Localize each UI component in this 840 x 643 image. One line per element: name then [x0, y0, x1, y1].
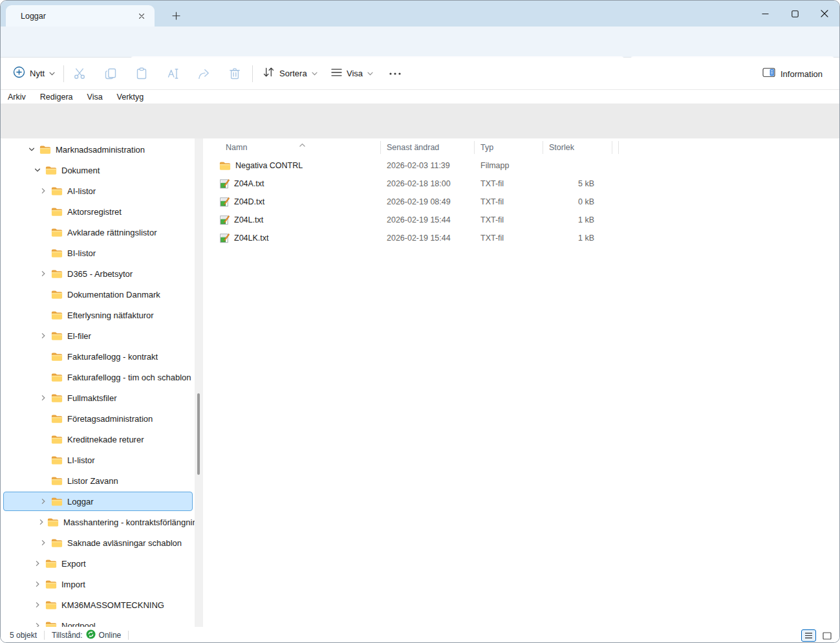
paste-button[interactable]	[129, 62, 155, 85]
tree-item-efterlysning-n-tfakturor[interactable]: Efterlysning nätfakturor	[1, 305, 195, 325]
menu-item-visa[interactable]: Visa	[80, 91, 110, 103]
rename-button[interactable]	[160, 62, 186, 85]
tree-item-li-listor[interactable]: LI-listor	[1, 450, 195, 470]
tree-item-fakturafellogg-tim-och-schablon[interactable]: Fakturafellogg - tim och schablon	[1, 367, 195, 387]
tree-scrollbar-thumb[interactable]	[197, 393, 200, 475]
column-header-modified[interactable]: Senast ändrad	[381, 141, 475, 154]
tree-item-label: Efterlysning nätfakturor	[67, 311, 154, 320]
tree-item-d365-arbetsytor[interactable]: D365 - Arbetsytor	[1, 263, 195, 284]
chevron-right-icon[interactable]	[38, 519, 45, 525]
tree-item-label: Import	[61, 580, 85, 589]
file-name: Z04D.txt	[234, 197, 264, 206]
share-button[interactable]	[191, 62, 217, 85]
rename-icon	[166, 67, 180, 81]
chevron-down-icon[interactable]	[32, 167, 43, 173]
file-row-z04lk-txt[interactable]: Z04LK.txt2026-02-19 15:44TXT-fil1 kB	[208, 229, 839, 247]
tree-item-nordpool[interactable]: Nordpool	[1, 615, 195, 627]
folder-icon	[51, 373, 63, 382]
main-content: MarknadsadministrationDokumentAI-listorA…	[1, 138, 839, 627]
maximize-button[interactable]	[780, 1, 810, 27]
column-header-name[interactable]: Namn	[208, 141, 381, 154]
tree-item-export[interactable]: Export	[1, 553, 195, 574]
file-row-z04d-txt[interactable]: Z04D.txt2026-02-19 08:49TXT-fil0 kB	[208, 193, 839, 211]
explorer-tab-loggar[interactable]: Loggar	[6, 5, 155, 27]
menu-item-verktyg[interactable]: Verktyg	[110, 91, 151, 103]
tree-item-label: Listor Zavann	[67, 476, 118, 486]
file-list-pane: NamnSenast ändradTypStorlek Negativa CON…	[208, 138, 839, 627]
chevron-right-icon[interactable]	[38, 395, 48, 401]
chevron-right-icon[interactable]	[38, 498, 48, 505]
folder-icon	[51, 269, 63, 279]
minimize-button[interactable]	[750, 1, 780, 27]
file-row-z04a-txt[interactable]: Z04A.txt2026-02-18 18:00TXT-fil5 kB	[208, 175, 839, 193]
cut-button[interactable]	[67, 62, 92, 85]
tree-item-label: Nordpool	[61, 621, 96, 627]
view-button[interactable]: Visa	[325, 64, 379, 83]
tree-item-label: El-filer	[67, 331, 91, 341]
information-button[interactable]: Information	[756, 62, 829, 85]
view-list-icon	[331, 68, 342, 80]
tree-item-label: KM36MASSOMTECKNING	[61, 600, 164, 610]
tree-item-label: Företagsadministration	[67, 414, 153, 424]
chevron-right-icon[interactable]	[32, 581, 43, 587]
tree-item-km36massomteckning[interactable]: KM36MASSOMTECKNING	[1, 594, 195, 615]
delete-button[interactable]	[222, 62, 248, 85]
file-row-z04l-txt[interactable]: Z04L.txt2026-02-19 15:44TXT-fil1 kB	[208, 211, 839, 229]
column-divider[interactable]	[612, 141, 612, 154]
folder-icon	[51, 414, 63, 424]
file-name: Z04A.txt	[234, 179, 264, 188]
tree-item-label: Masshantering - kontraktsförlängning	[63, 518, 195, 527]
tree-item-ai-listor[interactable]: AI-listor	[1, 180, 195, 201]
folder-icon	[51, 393, 63, 403]
close-button[interactable]	[810, 1, 839, 27]
tree-item-label: Aktorsregistret	[67, 207, 122, 217]
tree-item-masshantering-kontraktsf-rl-ngning[interactable]: Masshantering - kontraktsförlängning	[1, 512, 195, 532]
tree-item-kreditnekade-returer[interactable]: Kreditnekade returer	[1, 429, 195, 450]
tree-item-listor-zavann[interactable]: Listor Zavann	[1, 470, 195, 491]
chevron-right-icon[interactable]	[32, 602, 43, 608]
file-row-negativa-contrl[interactable]: Negativa CONTRL2026-02-03 11:39Filmapp	[208, 157, 839, 175]
tree-item-el-filer[interactable]: El-filer	[1, 325, 195, 346]
tab-close-icon[interactable]	[135, 10, 148, 23]
folder-icon	[51, 476, 63, 486]
tree-item-dokumentation-danmark[interactable]: Dokumentation Danmark	[1, 284, 195, 305]
chevron-right-icon[interactable]	[38, 270, 48, 277]
details-view-button[interactable]	[801, 629, 816, 642]
tree-item-bi-listor[interactable]: BI-listor	[1, 243, 195, 263]
more-options-button[interactable]	[382, 62, 408, 85]
chevron-right-icon[interactable]	[32, 622, 43, 627]
file-modified: 2026-02-19 08:49	[381, 197, 475, 206]
tree-item-fullmaktsfiler[interactable]: Fullmaktsfiler	[1, 387, 195, 408]
tree-item-saknade-avl-sningar-schablon[interactable]: Saknade avläsningar schablon	[1, 532, 195, 553]
status-bar: 5 objekt Tillstånd: Online	[1, 627, 839, 643]
new-button[interactable]: Nytt	[7, 62, 61, 85]
column-header-type[interactable]: Typ	[475, 141, 543, 154]
tree-item-marknadsadministration[interactable]: Marknadsadministration	[1, 139, 195, 160]
folder-icon	[219, 161, 231, 171]
menu-item-redigera[interactable]: Redigera	[33, 91, 80, 103]
new-tab-button[interactable]	[167, 7, 184, 24]
state-label: Tillstånd:	[52, 631, 83, 640]
file-modified: 2026-02-18 18:00	[381, 179, 475, 188]
chevron-right-icon[interactable]	[38, 332, 48, 339]
column-header-size[interactable]: Storlek	[543, 141, 612, 154]
tree-scrollbar[interactable]	[195, 138, 203, 627]
tree-item-label: LI-listor	[67, 455, 95, 465]
file-name: Z04L.txt	[234, 215, 263, 224]
chevron-right-icon[interactable]	[38, 539, 48, 546]
tree-item-avklarade-r-ttningslistor[interactable]: Avklarade rättningslistor	[1, 222, 195, 243]
large-icons-view-button[interactable]	[819, 629, 834, 642]
tree-item-fakturafellogg-kontrakt[interactable]: Fakturafellogg - kontrakt	[1, 346, 195, 367]
chevron-down-icon[interactable]	[27, 146, 37, 153]
tree-item-aktorsregistret[interactable]: Aktorsregistret	[1, 201, 195, 222]
tree-item-f-retagsadministration[interactable]: Företagsadministration	[1, 408, 195, 429]
chevron-right-icon[interactable]	[38, 188, 48, 194]
tree-item-import[interactable]: Import	[1, 574, 195, 594]
tree-item-dokument[interactable]: Dokument	[1, 160, 195, 180]
sort-button[interactable]: Sortera	[257, 63, 323, 84]
tree-item-loggar[interactable]: Loggar	[1, 491, 195, 512]
menu-item-arkiv[interactable]: Arkiv	[1, 91, 33, 103]
copy-button[interactable]	[98, 62, 124, 85]
chevron-right-icon[interactable]	[32, 560, 43, 567]
file-list-header: NamnSenast ändradTypStorlek	[208, 138, 839, 157]
